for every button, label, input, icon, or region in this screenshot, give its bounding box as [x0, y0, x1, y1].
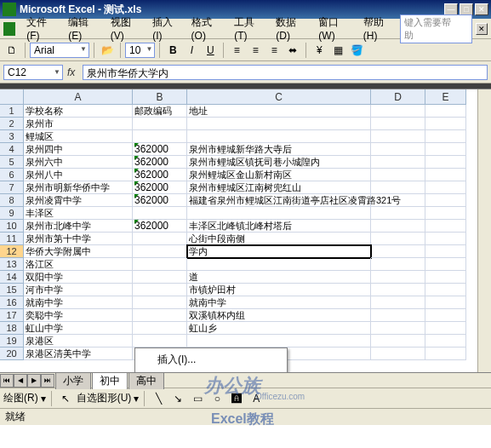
cell[interactable]: 泉州市	[24, 118, 133, 130]
cell[interactable]	[371, 169, 425, 181]
cell[interactable]: 学内	[187, 245, 371, 258]
cell[interactable]: 泉州鲤城区金山新村南区	[187, 169, 371, 181]
cell[interactable]	[371, 271, 425, 284]
cell[interactable]	[425, 156, 466, 169]
font-size-selector[interactable]: 10	[125, 43, 155, 58]
row-head[interactable]: 9	[0, 207, 24, 220]
cell[interactable]	[187, 207, 371, 220]
cell[interactable]: 洛江区	[24, 258, 133, 271]
cell[interactable]: 就南中学	[24, 296, 133, 309]
align-right-icon[interactable]: ≡	[265, 42, 283, 59]
cell[interactable]	[133, 130, 187, 143]
cell[interactable]: 丰泽区	[24, 207, 133, 220]
cell[interactable]	[133, 271, 187, 284]
cell[interactable]	[371, 105, 425, 118]
cell[interactable]: 362000	[133, 169, 187, 181]
borders-icon[interactable]: ▦	[329, 42, 346, 59]
cell[interactable]	[187, 130, 371, 143]
row-head[interactable]: 13	[0, 258, 24, 271]
align-left-icon[interactable]: ≡	[228, 42, 245, 59]
tab-prev-icon[interactable]: ◀	[14, 374, 27, 388]
col-head-D[interactable]: D	[371, 89, 425, 105]
align-center-icon[interactable]: ≡	[247, 42, 264, 59]
cell[interactable]: 双溪镇杯内组	[187, 309, 371, 322]
cell[interactable]: 泉州市北峰中学	[24, 220, 133, 233]
row-head[interactable]: 14	[0, 271, 24, 284]
menu-help[interactable]: 帮助(H)	[357, 13, 400, 44]
row-head[interactable]: 1	[0, 105, 24, 118]
row-head[interactable]: 18	[0, 322, 24, 335]
cell[interactable]: 鲤城区	[24, 130, 133, 143]
sheet-tab-3[interactable]: 高中	[128, 372, 164, 389]
cell[interactable]: 泉港区	[24, 335, 133, 347]
font-selector[interactable]: Arial	[30, 43, 89, 58]
doc-close-button[interactable]: ✕	[476, 23, 488, 35]
pointer-icon[interactable]: ↖	[57, 390, 74, 407]
cell[interactable]	[425, 194, 466, 207]
oval-icon[interactable]: ○	[208, 390, 226, 407]
cm-insert[interactable]: 插入(I)...	[137, 350, 285, 370]
cell[interactable]	[371, 284, 425, 296]
cell[interactable]	[425, 220, 466, 233]
cell[interactable]	[425, 181, 466, 194]
menu-tools[interactable]: 工具(T)	[228, 13, 270, 44]
bold-button[interactable]: B	[164, 42, 181, 59]
cell[interactable]: 就南中学	[187, 296, 371, 309]
italic-button[interactable]: I	[183, 42, 200, 59]
menu-view[interactable]: 视图(V)	[105, 13, 147, 44]
menu-file[interactable]: 文件(F)	[20, 13, 62, 44]
menu-edit[interactable]: 编辑(E)	[62, 13, 105, 44]
cell[interactable]	[425, 105, 466, 118]
vertical-scrollbar[interactable]	[477, 89, 491, 372]
cell[interactable]	[187, 335, 371, 347]
sheet-tab-2[interactable]: 初中	[92, 372, 128, 389]
cell[interactable]: 泉州八中	[24, 169, 133, 181]
cell[interactable]	[371, 130, 425, 143]
cell[interactable]	[425, 271, 466, 284]
cell[interactable]	[371, 118, 425, 130]
cell[interactable]	[371, 309, 425, 322]
cell[interactable]	[425, 284, 466, 296]
cell[interactable]: 泉州市鲤城区江南树兜红山	[187, 181, 371, 194]
cell[interactable]	[371, 207, 425, 220]
menu-insert[interactable]: 插入(I)	[146, 13, 185, 44]
row-head[interactable]: 8	[0, 194, 24, 207]
cell[interactable]: 地址	[187, 105, 371, 118]
cell[interactable]	[425, 258, 466, 271]
col-head-A[interactable]: A	[24, 89, 133, 105]
cell[interactable]: 道	[187, 271, 371, 284]
cell[interactable]: 362000	[133, 220, 187, 233]
cell[interactable]	[425, 347, 466, 360]
cell[interactable]	[425, 143, 466, 156]
wordart-icon[interactable]: A	[248, 390, 265, 407]
tab-first-icon[interactable]: ⏮	[0, 374, 14, 388]
draw-menu[interactable]: 绘图(R)	[3, 391, 38, 405]
textbox-icon[interactable]: 🅰	[228, 390, 245, 407]
row-head[interactable]: 17	[0, 309, 24, 322]
cell[interactable]: 福建省泉州市鲤城区江南街道亭店社区凌霄路321号	[187, 194, 371, 207]
menu-format[interactable]: 格式(O)	[186, 13, 229, 44]
open-icon[interactable]: 📂	[99, 42, 116, 59]
cell[interactable]	[371, 194, 425, 207]
cell[interactable]: 泉州市明新华侨中学	[24, 181, 133, 194]
cell[interactable]	[133, 258, 187, 271]
col-head-B[interactable]: B	[133, 89, 187, 105]
cell[interactable]: 丰泽区北峰镇北峰村塔后	[187, 220, 371, 233]
cell[interactable]: 华侨大学附属中	[24, 245, 133, 258]
cell[interactable]	[371, 258, 425, 271]
col-head-E[interactable]: E	[425, 89, 466, 105]
cell[interactable]: 虹山乡	[187, 322, 371, 335]
cell[interactable]	[371, 156, 425, 169]
cell[interactable]: 市镇炉田村	[187, 284, 371, 296]
row-head[interactable]: 5	[0, 156, 24, 169]
cell[interactable]	[133, 245, 187, 258]
cell[interactable]: 泉州凌霄中学	[24, 194, 133, 207]
merge-icon[interactable]: ⬌	[284, 42, 301, 59]
menu-data[interactable]: 数据(D)	[270, 13, 312, 44]
select-all-corner[interactable]	[0, 89, 24, 105]
cell[interactable]: 邮政编码	[133, 105, 187, 118]
cell[interactable]	[371, 296, 425, 309]
cell[interactable]	[371, 233, 425, 245]
name-box[interactable]: C12	[3, 65, 63, 80]
cell[interactable]: 362000	[133, 143, 187, 156]
